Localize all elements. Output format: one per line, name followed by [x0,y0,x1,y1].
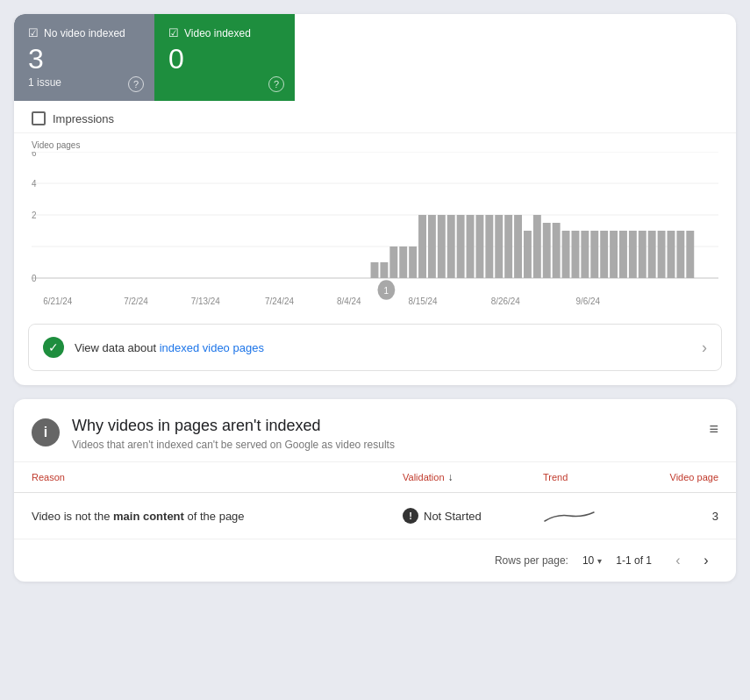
chevron-right-icon: › [702,339,707,357]
card2-title-area: Why videos in pages aren't indexed Video… [72,417,395,451]
svg-text:9/6/24: 9/6/24 [576,296,601,307]
checkbox-checked-icon: ☑ [28,26,39,39]
svg-rect-18 [447,215,455,278]
svg-rect-13 [399,246,407,278]
header-validation[interactable]: Validation ↓ [403,471,543,483]
svg-rect-29 [553,223,561,278]
page-info: 1-1 of 1 [616,554,652,567]
svg-text:2: 2 [32,210,37,221]
header-video-page: Video page [648,472,718,482]
video-page-count: 3 [648,510,718,523]
card2-subtitle: Videos that aren't indexed can't be serv… [72,439,395,451]
svg-rect-28 [543,223,551,278]
svg-rect-33 [590,231,598,278]
next-page-button[interactable]: › [694,548,718,573]
header-trend: Trend [543,472,648,482]
svg-rect-24 [504,215,512,278]
filter-icon[interactable]: ≡ [709,420,718,439]
svg-rect-36 [619,231,627,278]
sort-down-icon: ↓ [448,471,454,483]
video-indexed-help[interactable]: ? [268,76,284,92]
card2-title: Why videos in pages aren't indexed [72,417,395,435]
no-video-indexed-help[interactable]: ? [128,76,144,92]
svg-rect-12 [389,246,397,278]
svg-rect-35 [610,231,618,278]
svg-rect-25 [514,215,522,278]
svg-rect-41 [668,231,675,278]
svg-rect-30 [562,231,570,278]
svg-text:8/26/24: 8/26/24 [491,296,520,307]
trend-line-icon [543,505,596,526]
y-axis-label: Video pages [32,140,718,150]
svg-rect-23 [495,215,503,278]
svg-text:7/2/24: 7/2/24 [124,296,148,307]
svg-rect-11 [380,262,388,278]
impressions-row: Impressions [14,101,736,133]
green-check-icon: ✓ [43,337,64,358]
svg-rect-22 [485,215,493,278]
svg-text:8/15/24: 8/15/24 [408,296,437,307]
svg-rect-37 [629,231,637,278]
no-video-indexed-count: 3 [28,45,137,73]
svg-text:8/4/24: 8/4/24 [337,296,361,307]
svg-text:0: 0 [32,273,37,284]
svg-rect-27 [533,215,541,278]
video-indexed-count: 0 [168,45,277,73]
svg-rect-10 [371,262,379,278]
svg-text:1: 1 [384,284,389,296]
view-data-left: ✓ View data about indexed video pages [43,337,264,358]
svg-rect-20 [467,215,475,278]
svg-rect-43 [686,231,694,278]
exclamation-icon: ! [403,508,418,524]
svg-text:6/21/24: 6/21/24 [43,296,72,307]
svg-text:7/13/24: 7/13/24 [191,296,220,307]
table-row: Video is not the main content of the pag… [14,493,736,539]
svg-rect-40 [658,231,666,278]
svg-rect-21 [475,215,483,278]
svg-rect-31 [571,231,579,278]
rows-dropdown-arrow-icon: ▾ [597,556,602,566]
svg-rect-39 [648,231,656,278]
impressions-checkbox[interactable] [32,111,46,125]
view-data-text: View data about indexed video pages [75,341,264,354]
reason-cell: Video is not the main content of the pag… [32,510,403,523]
svg-rect-32 [581,231,589,278]
prev-page-button[interactable]: ‹ [666,548,690,573]
pagination-row: Rows per page: 10 ▾ 1-1 of 1 ‹ › [14,539,736,582]
not-started-label: Not Started [424,510,482,523]
header-reason: Reason [32,472,403,482]
svg-rect-34 [600,231,608,278]
video-indexed-label: ☑ Video indexed [168,26,277,39]
rows-per-page-label: Rows per page: [495,554,568,567]
svg-rect-14 [409,246,417,278]
svg-rect-42 [676,231,684,278]
svg-rect-15 [418,215,426,278]
impressions-label: Impressions [53,112,114,125]
svg-rect-16 [428,215,436,278]
chart-container: 6 4 2 0 [32,152,718,310]
svg-rect-19 [457,215,465,278]
svg-text:7/24/24: 7/24/24 [265,296,294,307]
rows-per-page-select[interactable]: 10 ▾ [582,554,602,567]
svg-text:4: 4 [32,178,37,189]
table-header: Reason Validation ↓ Trend Video page [14,462,736,493]
card2-header-left: i Why videos in pages aren't indexed Vid… [32,417,395,451]
svg-text:6: 6 [32,152,37,158]
trend-cell [543,505,648,526]
why-not-indexed-card: i Why videos in pages aren't indexed Vid… [14,399,736,582]
no-video-indexed-issue: 1 issue [28,76,137,89]
main-card: ☑ No video indexed 3 1 issue ? ☑ Video i… [14,14,736,385]
stats-bar: ☑ No video indexed 3 1 issue ? ☑ Video i… [14,14,736,101]
info-icon: i [32,418,60,446]
pagination-nav: ‹ › [666,548,718,573]
checkbox-checked-green-icon: ☑ [168,26,179,39]
svg-rect-38 [639,231,646,278]
validation-cell: ! Not Started [403,508,543,524]
view-data-highlight: indexed video pages [160,341,264,354]
card2-header: i Why videos in pages aren't indexed Vid… [14,399,736,462]
no-video-indexed-box: ☑ No video indexed 3 1 issue ? [14,14,154,101]
view-data-row[interactable]: ✓ View data about indexed video pages › [28,324,722,371]
no-video-indexed-label: ☑ No video indexed [28,26,137,39]
svg-rect-26 [524,231,532,278]
video-indexed-box: ☑ Video indexed 0 ? [154,14,295,101]
